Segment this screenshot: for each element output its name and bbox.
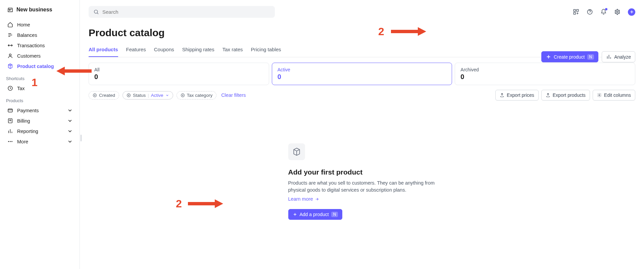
tab-pricing-tables[interactable]: Pricing tables — [251, 43, 281, 57]
export-icon — [500, 93, 504, 97]
more-icon — [7, 139, 13, 144]
toolbar-right: Export prices Export products Edit colum… — [495, 90, 635, 100]
svg-rect-2 — [8, 109, 12, 112]
wallet-icon — [7, 108, 13, 113]
plus-circle-icon — [181, 93, 185, 97]
help-icon[interactable] — [587, 9, 593, 15]
plus-icon — [293, 212, 297, 217]
nav-transactions[interactable]: Transactions — [0, 40, 80, 51]
package-icon — [292, 147, 301, 156]
svg-point-5 — [10, 141, 11, 142]
svg-rect-10 — [574, 12, 576, 14]
keyboard-shortcut: N — [587, 54, 594, 60]
home-icon — [7, 22, 13, 27]
search-box[interactable] — [89, 6, 275, 18]
nav-product-catalog[interactable]: Product catalog — [0, 61, 80, 71]
export-prices-button[interactable]: Export prices — [495, 90, 539, 100]
tab-tax-rates[interactable]: Tax rates — [222, 43, 243, 57]
main: Product catalog Create product N Analyze… — [80, 0, 644, 269]
tab-features[interactable]: Features — [126, 43, 146, 57]
stat-all[interactable]: All 0 — [89, 63, 269, 85]
filter-created[interactable]: Created — [89, 91, 119, 99]
keyboard-shortcut: N — [331, 212, 338, 217]
svg-rect-8 — [574, 9, 576, 11]
svg-point-4 — [8, 141, 9, 142]
balances-icon — [7, 32, 13, 38]
export-icon — [546, 93, 550, 97]
arrow-right-icon — [315, 197, 319, 201]
sidebar: New business Home Balances Transactions … — [0, 0, 80, 269]
filter-tax-category[interactable]: Tax category — [177, 91, 217, 99]
empty-title: Add your first product — [288, 168, 363, 176]
gear-icon — [597, 93, 602, 97]
chevron-down-icon — [67, 118, 73, 124]
product-catalog-icon — [7, 63, 13, 69]
products-label: Products — [0, 93, 80, 105]
header-actions: Create product N Analyze — [541, 51, 635, 62]
plus-circle-icon — [93, 93, 97, 97]
bar-chart-icon — [7, 128, 13, 134]
svg-point-6 — [11, 141, 12, 142]
x-circle-icon — [127, 93, 131, 97]
nav-payments[interactable]: Payments — [0, 105, 80, 116]
filter-row: Created Status | Active Tax category Cle… — [89, 90, 635, 103]
export-products-button[interactable]: Export products — [541, 90, 590, 100]
add-product-button[interactable]: Add a product N — [288, 209, 343, 220]
empty-state: Add your first product Products are what… — [288, 143, 436, 220]
clock-icon — [7, 85, 13, 91]
stat-active[interactable]: Active 0 — [272, 63, 452, 85]
svg-rect-9 — [577, 9, 579, 11]
settings-icon[interactable] — [614, 9, 621, 15]
nav-balances[interactable]: Balances — [0, 30, 80, 40]
billing-icon — [7, 118, 13, 124]
shortcuts-label: Shortcuts — [0, 71, 80, 83]
stat-archived[interactable]: Archived 0 — [455, 63, 635, 85]
nav-tax[interactable]: Tax — [0, 83, 80, 93]
search-input[interactable] — [102, 9, 270, 15]
chevron-down-icon — [165, 93, 169, 97]
business-switcher[interactable]: New business — [0, 7, 80, 19]
chevron-down-icon — [67, 108, 73, 113]
svg-point-7 — [94, 10, 98, 13]
edit-columns-button[interactable]: Edit columns — [593, 90, 635, 100]
transactions-icon — [7, 43, 13, 48]
top-icons — [573, 8, 635, 16]
notifications-icon[interactable] — [600, 9, 607, 15]
chevron-down-icon — [67, 128, 73, 134]
topbar — [80, 0, 644, 24]
plus-icon — [546, 54, 551, 60]
page-title: Product catalog — [89, 27, 635, 39]
nav-customers[interactable]: Customers — [0, 51, 80, 61]
apps-icon[interactable] — [573, 9, 579, 15]
svg-point-0 — [9, 54, 11, 56]
business-name: New business — [16, 7, 52, 13]
create-icon[interactable] — [628, 8, 635, 16]
analyze-button[interactable]: Analyze — [602, 51, 635, 62]
chevron-down-icon — [67, 139, 73, 144]
stat-row: All 0 Active 0 Archived 0 — [89, 63, 635, 85]
tab-coupons[interactable]: Coupons — [154, 43, 174, 57]
svg-point-16 — [599, 94, 600, 96]
storefront-icon — [7, 7, 13, 13]
filter-status[interactable]: Status | Active — [122, 91, 173, 99]
clear-filters-link[interactable]: Clear filters — [221, 92, 246, 98]
search-icon — [93, 9, 99, 15]
tab-all-products[interactable]: All products — [89, 43, 118, 57]
nav-reporting[interactable]: Reporting — [0, 126, 80, 136]
svg-point-12 — [616, 11, 618, 13]
create-product-button[interactable]: Create product N — [541, 51, 598, 62]
tab-shipping-rates[interactable]: Shipping rates — [182, 43, 214, 57]
nav-home[interactable]: Home — [0, 19, 80, 30]
nav-billing[interactable]: Billing — [0, 116, 80, 126]
learn-more-link[interactable]: Learn more — [288, 196, 319, 202]
nav-more[interactable]: More — [0, 136, 80, 147]
customers-icon — [7, 53, 13, 59]
empty-state-icon-box — [288, 143, 305, 160]
page: Product catalog Create product N Analyze… — [80, 24, 644, 220]
bar-chart-icon — [606, 54, 612, 60]
notification-dot — [605, 8, 607, 10]
empty-desc: Products are what you sell to customers.… — [288, 180, 436, 194]
